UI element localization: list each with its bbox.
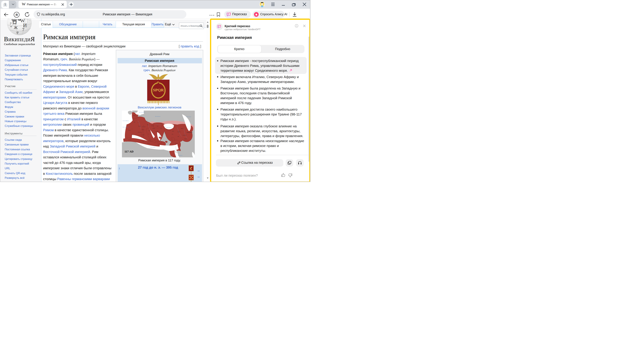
svg-text:Pannonia: Pannonia	[151, 126, 154, 126]
svg-text:Aegyptus: Aegyptus	[175, 152, 178, 152]
svg-text:Mare Suebicum: Mare Suebicum	[155, 116, 160, 117]
svg-text:7: 7	[22, 27, 24, 32]
svg-text:Mare Germanicum: Mare Germanicum	[139, 112, 145, 113]
svg-text:Aquitania: Aquitania	[138, 126, 141, 127]
svg-text:Mesopotamia: Mesopotamia	[183, 135, 186, 136]
svg-text:ক: ক	[10, 25, 12, 28]
svg-text:Bithynia: Bithynia	[166, 129, 168, 130]
svg-text:Mare Cantabricum: Mare Cantabricum	[123, 127, 129, 127]
svg-text:Africa: Africa	[143, 141, 144, 142]
svg-text:Pontus: Pontus	[173, 127, 175, 127]
svg-text:Ж: Ж	[14, 25, 18, 30]
svg-text:Thrace: Thrace	[160, 128, 162, 129]
svg-text:Mare Internum: Mare Internum	[151, 147, 155, 148]
svg-text:Hispania: Hispania	[128, 130, 131, 130]
svg-text:Oceanus Atlanticus: Oceanus Atlanticus	[123, 120, 129, 121]
svg-text:Alpes: Alpes	[147, 125, 149, 125]
svg-text:Mauretania: Mauretania	[128, 140, 131, 140]
svg-text:Raetia: Raetia	[146, 121, 147, 122]
svg-text:Tarraconensis: Tarraconensis	[138, 132, 142, 133]
svg-text:SPQR: SPQR	[153, 88, 164, 92]
svg-text:ψ: ψ	[17, 30, 19, 34]
svg-text:Sinus Arabicus: Sinus Arabicus	[178, 155, 183, 156]
svg-text:Mare Caspium: Mare Caspium	[186, 116, 191, 117]
svg-text:Dacia: Dacia	[157, 126, 158, 127]
svg-text:Armenia: Armenia	[181, 128, 183, 129]
svg-text:Cilicia: Cilicia	[172, 134, 173, 135]
svg-text:Parthian Empire: Parthian Empire	[187, 132, 193, 133]
svg-text:Tripolitania: Tripolitania	[147, 143, 150, 144]
svg-text:ק: ק	[10, 22, 12, 25]
svg-text:Sardinia: Sardinia	[142, 135, 144, 135]
svg-text:Italia: Italia	[148, 130, 150, 131]
svg-text:Gallia: Gallia	[134, 122, 135, 123]
svg-text:Galatia: Galatia	[172, 131, 174, 132]
svg-text:Corsica: Corsica	[142, 129, 144, 130]
svg-text:Pontus Euxinus: Pontus Euxinus	[166, 127, 172, 128]
svg-text:Cappadocia: Cappadocia	[177, 132, 180, 132]
svg-text:Baetica: Baetica	[131, 135, 133, 135]
svg-text:Cyrenaica: Cyrenaica	[157, 144, 160, 145]
svg-text:Dalmatia: Dalmatia	[153, 128, 155, 129]
svg-text:Lycia: Lycia	[164, 133, 166, 133]
svg-text:117 AD: 117 AD	[124, 150, 134, 153]
svg-text:Babylonia: Babylonia	[184, 139, 187, 139]
svg-text:Macedonia: Macedonia	[155, 131, 158, 132]
svg-text:Britannia: Britannia	[133, 115, 135, 116]
svg-text:Sicilia: Sicilia	[149, 140, 151, 141]
svg-text:Achaia: Achaia	[159, 135, 161, 135]
svg-text:Narbonensis: Narbonensis	[142, 127, 145, 127]
svg-text:Syria: Syria	[178, 136, 179, 137]
svg-text:Ω: Ω	[13, 19, 17, 25]
svg-text:Judaea: Judaea	[175, 143, 177, 144]
